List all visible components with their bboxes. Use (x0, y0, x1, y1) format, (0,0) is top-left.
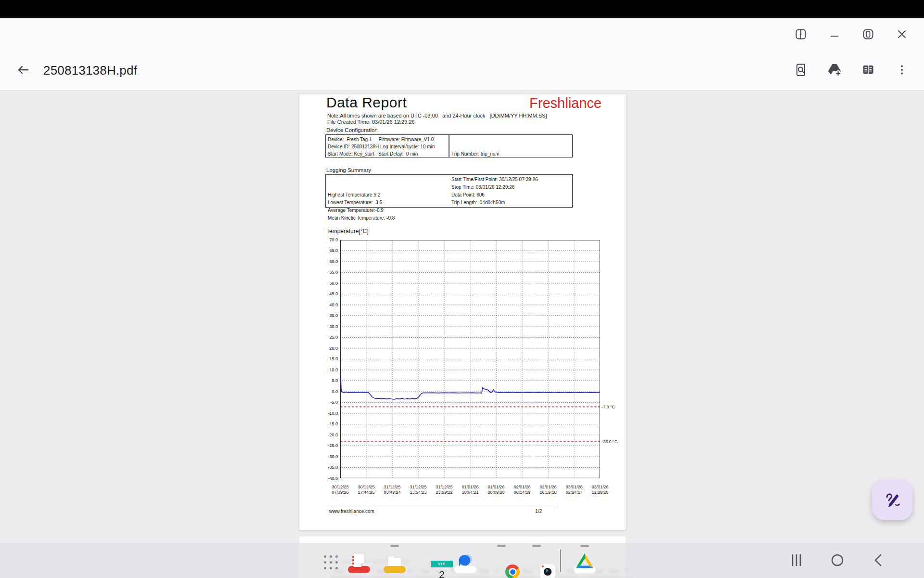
y-tick-label: -30.0 (314, 454, 338, 459)
window-title-bar (0, 18, 924, 51)
dock-item-messages[interactable] (454, 550, 476, 572)
y-tick-label: 70.0 (314, 237, 338, 242)
running-indicator-files (390, 545, 399, 547)
find-in-file-button[interactable] (791, 61, 810, 80)
chart-title: Temperature[°C] (326, 228, 369, 235)
nav-back-button[interactable] (868, 550, 890, 572)
reader-mode-icon (861, 63, 875, 78)
split-view-button[interactable] (791, 25, 810, 44)
dock-item-chrome[interactable] (490, 550, 513, 572)
y-tick-label: 20.0 (314, 346, 338, 351)
running-indicator-camera (532, 545, 541, 547)
minimize-icon (828, 28, 841, 42)
y-tick-label: 15.0 (314, 356, 338, 361)
stylus-note-icon (883, 490, 902, 511)
y-tick-label: -40.0 (314, 476, 338, 481)
y-tick-label: 45.0 (314, 291, 338, 296)
y-tick-label: 10.0 (314, 368, 338, 372)
dock-taskbar: VIE 2 (0, 543, 924, 578)
app-drawer-button[interactable] (320, 550, 342, 572)
messages-bubble-icon (454, 566, 476, 573)
close-button[interactable] (892, 25, 911, 44)
y-tick-label: -10.0 (314, 411, 338, 416)
running-indicator-chrome (497, 545, 506, 547)
x-tick-label: 03/01/2612:29:26 (585, 485, 616, 495)
home-icon (830, 553, 845, 569)
recents-icon (789, 553, 804, 569)
threshold-label: -23.0 °C (602, 439, 630, 444)
restore-icon (862, 28, 874, 42)
nav-home-button[interactable] (826, 550, 848, 572)
document-title: 250813138H.pdf (43, 63, 137, 78)
y-tick-label: 35.0 (314, 313, 338, 318)
y-tick-label: 40.0 (314, 302, 338, 307)
more-options-button[interactable] (892, 61, 911, 80)
y-tick-label: 25.0 (314, 335, 338, 340)
screen: 250813138H.pdf (0, 0, 924, 578)
y-tick-label: -25.0 (314, 443, 338, 448)
y-tick-label: -35.0 (314, 465, 338, 470)
trip-number: Trip Number: trip_num (451, 150, 570, 158)
app-drawer-icon (324, 555, 338, 569)
back-button[interactable] (12, 59, 35, 82)
system-status-bar (0, 0, 924, 18)
files-folder-icon (384, 566, 406, 573)
back-arrow-icon (16, 63, 30, 79)
y-tick-label: 0.0 (314, 389, 338, 394)
minimize-button[interactable] (825, 25, 844, 44)
y-tick-label: 50.0 (314, 281, 338, 286)
dock-item-camera[interactable] (526, 550, 548, 572)
footer-divider (327, 507, 555, 507)
dock-divider (560, 550, 561, 572)
y-tick-label: 5.0 (314, 378, 338, 383)
running-indicator-drive (580, 545, 589, 547)
y-tick-label: 60.0 (314, 259, 338, 264)
logging-summary-right: Start Time/First Point: 30/12/25 07:39:2… (451, 176, 538, 207)
find-in-file-icon (794, 63, 808, 78)
kebab-menu-icon (896, 64, 908, 78)
dock-item-drive[interactable] (574, 550, 596, 572)
footer-website: www.freshliance.com (329, 509, 374, 514)
split-view-icon (795, 28, 807, 42)
brand-logo: Freshliance (529, 95, 602, 111)
device-configuration-heading: Device Configuration (326, 127, 378, 133)
back-chevron-icon (872, 553, 886, 569)
dock-item-files[interactable] (384, 550, 406, 572)
toolbar-actions (791, 61, 924, 80)
add-to-drive-icon (827, 63, 842, 79)
y-tick-label: 55.0 (314, 270, 338, 275)
drive-logo-icon (574, 566, 596, 573)
device-configuration-box: Device: Fresh Tag 1 Firmware: Firmware_V… (325, 134, 449, 158)
notes-app-icon (348, 566, 370, 573)
report-note: Note:All times shown are based on UTC -0… (327, 113, 547, 119)
footer-page-number: 1/2 (526, 509, 542, 514)
restore-button[interactable] (859, 25, 878, 44)
dock-item-notes[interactable] (348, 550, 370, 572)
y-tick-label: -20.0 (314, 433, 338, 437)
trip-number-box: Trip Number: trip_num (449, 134, 573, 158)
report-title: Data Report (326, 94, 407, 111)
logging-summary-box: Highest Temperature:9.2Lowest Temperatur… (325, 174, 573, 208)
y-tick-label: -5.0 (314, 400, 338, 405)
threshold-label: -7.0 °C (602, 405, 630, 409)
annotate-fab[interactable] (872, 480, 912, 520)
y-tick-label: 65.0 (314, 248, 338, 253)
file-created-time: File Created Time: 03/01/26 12:29:26 (327, 119, 415, 125)
pdf-viewer-canvas[interactable]: Data Report Freshliance Note:All times s… (0, 91, 924, 578)
y-tick-label: -15.0 (314, 421, 338, 426)
y-tick-label: 30.0 (314, 324, 338, 329)
add-to-drive-button[interactable] (825, 61, 844, 80)
logging-summary-heading: Logging Summary (326, 167, 371, 173)
pdf-page-1: Data Report Freshliance Note:All times s… (299, 94, 626, 530)
nav-recents-button[interactable] (785, 550, 808, 572)
close-icon (896, 28, 908, 42)
reader-mode-button[interactable] (859, 61, 878, 80)
temperature-chart (340, 240, 600, 478)
dock-item-calendar[interactable]: VIE 2 (420, 550, 442, 572)
pdf-toolbar: 250813138H.pdf (0, 51, 924, 91)
